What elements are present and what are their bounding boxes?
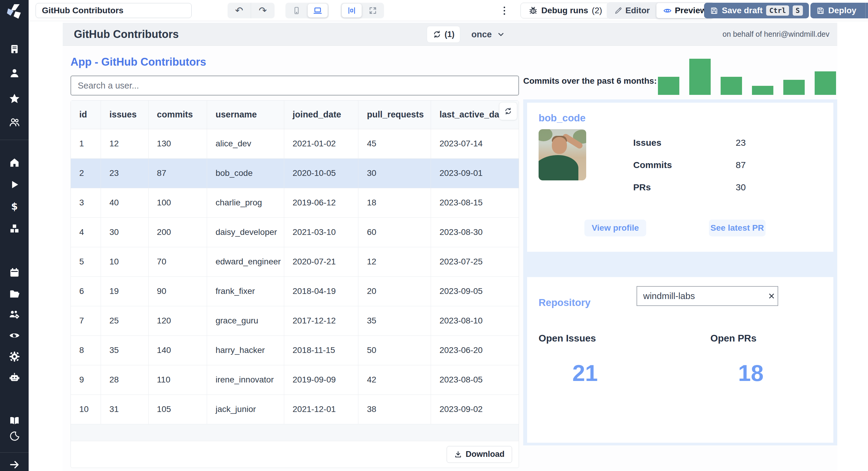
table-cell[interactable]: 2023-08-05 [431, 365, 519, 395]
table-cell[interactable]: 2023-09-05 [431, 276, 519, 306]
table-cell[interactable]: 2020-10-05 [284, 159, 358, 188]
table-cell[interactable]: 120 [148, 306, 207, 335]
schedules-calendar-icon[interactable] [9, 267, 20, 278]
redo-button[interactable]: ↷ [251, 3, 275, 19]
windmill-logo[interactable] [6, 3, 23, 20]
clear-input-x-icon[interactable] [766, 288, 778, 304]
table-cell[interactable]: 28 [101, 365, 149, 395]
runs-play-icon[interactable] [9, 179, 20, 190]
app-refresh-button[interactable]: (1) [427, 26, 460, 43]
table-cell[interactable]: 2021-03-10 [284, 217, 358, 247]
table-cell[interactable]: 2023-08-30 [431, 217, 519, 247]
table-cell[interactable]: 23 [101, 159, 149, 188]
table-cell[interactable]: daisy_developer [207, 217, 284, 247]
user-icon[interactable] [9, 67, 20, 79]
table-cell[interactable]: 19 [101, 276, 149, 306]
table-row[interactable]: 61990frank_fixer2018-04-19202023-09-05 [71, 276, 519, 306]
table-cell[interactable]: grace_guru [207, 306, 284, 335]
view-profile-button[interactable]: View profile [584, 220, 646, 236]
table-cell[interactable]: 9 [71, 365, 101, 395]
col-username[interactable]: username [207, 101, 284, 129]
table-cell[interactable]: 90 [148, 276, 207, 306]
table-row[interactable]: 340100charlie_prog2019-06-12182023-08-15 [71, 188, 519, 217]
table-row[interactable]: 430200daisy_developer2021-03-10602023-08… [71, 217, 519, 247]
table-cell[interactable]: 2023-06-20 [431, 335, 519, 365]
table-cell[interactable]: 30 [101, 217, 149, 247]
col-issues[interactable]: issues [101, 101, 149, 129]
app-title-input[interactable] [36, 3, 192, 18]
desktop-view-button[interactable] [308, 4, 328, 18]
repository-input[interactable] [637, 291, 766, 301]
table-cell[interactable]: 6 [71, 276, 101, 306]
dark-mode-moon-icon[interactable] [9, 430, 20, 442]
table-cell[interactable]: 2017-12-12 [284, 306, 358, 335]
table-cell[interactable]: 20 [358, 276, 431, 306]
schedule-dropdown[interactable]: once [467, 26, 509, 43]
editor-tab[interactable]: Editor [608, 3, 656, 18]
col-joined-date[interactable]: joined_date [284, 101, 358, 129]
table-cell[interactable]: 8 [71, 335, 101, 365]
resources-cubes-icon[interactable] [9, 223, 20, 234]
table-cell[interactable]: 42 [358, 365, 431, 395]
debug-runs-button[interactable]: Debug runs (2) [521, 3, 610, 19]
ai-robot-icon[interactable] [9, 372, 20, 384]
table-cell[interactable]: harry_hacker [207, 335, 284, 365]
center-layout-button[interactable] [342, 4, 362, 18]
mobile-view-button[interactable] [287, 4, 307, 18]
table-row[interactable]: 51070edward_engineer2020-07-21122023-07-… [71, 247, 519, 276]
table-cell[interactable]: 2019-06-12 [284, 188, 358, 217]
fullscreen-button[interactable] [363, 4, 383, 18]
table-cell[interactable]: 40 [101, 188, 149, 217]
audit-eye-icon[interactable] [9, 330, 20, 341]
table-cell[interactable]: 2023-08-15 [431, 188, 519, 217]
variables-dollar-icon[interactable]: $ [9, 201, 20, 212]
table-row[interactable]: 725120grace_guru2017-12-12352023-08-10 [71, 306, 519, 335]
table-cell[interactable]: jack_junior [207, 395, 284, 424]
table-cell[interactable]: 18 [358, 188, 431, 217]
table-cell[interactable]: 1 [71, 129, 101, 159]
table-cell[interactable]: 110 [148, 365, 207, 395]
table-cell[interactable]: alice_dev [207, 129, 284, 159]
table-cell[interactable]: frank_fixer [207, 276, 284, 306]
docs-book-icon[interactable] [9, 415, 20, 427]
table-cell[interactable]: 2018-04-19 [284, 276, 358, 306]
table-cell[interactable]: 50 [358, 335, 431, 365]
table-cell[interactable]: 10 [101, 247, 149, 276]
table-cell[interactable]: 2023-08-10 [431, 306, 519, 335]
table-cell[interactable]: 130 [148, 129, 207, 159]
table-cell[interactable]: 2023-07-25 [431, 247, 519, 276]
table-cell[interactable]: 70 [148, 247, 207, 276]
table-cell[interactable]: 4 [71, 217, 101, 247]
col-pull-requests[interactable]: pull_requests [358, 101, 431, 129]
expand-sidebar-arrow-icon[interactable] [9, 459, 20, 470]
table-cell[interactable]: 45 [358, 129, 431, 159]
workspace-building-icon[interactable] [9, 43, 20, 55]
table-row[interactable]: 22387bob_code2020-10-05302023-09-01 [71, 159, 519, 188]
users-icon[interactable] [9, 116, 20, 128]
table-cell[interactable]: 87 [148, 159, 207, 188]
table-row[interactable]: 835140harry_hacker2018-11-15502023-06-20 [71, 335, 519, 365]
see-latest-pr-button[interactable]: See latest PR [709, 220, 766, 236]
table-cell[interactable]: 2019-09-09 [284, 365, 358, 395]
table-row[interactable]: 1031105jack_junior2021-12-01382023-09-02 [71, 395, 519, 424]
table-cell[interactable]: 7 [71, 306, 101, 335]
col-id[interactable]: id [71, 101, 101, 129]
folders-icon[interactable] [9, 288, 20, 300]
table-cell[interactable]: 35 [358, 306, 431, 335]
table-refresh-button[interactable] [499, 102, 517, 120]
more-options-kebab-menu[interactable] [498, 4, 511, 18]
table-row[interactable]: 112130alice_dev2021-01-02452023-07-14 [71, 129, 519, 159]
table-cell[interactable]: 2020-07-21 [284, 247, 358, 276]
table-row[interactable]: 928110irene_innovator2019-09-09422023-08… [71, 365, 519, 395]
col-commits[interactable]: commits [148, 101, 207, 129]
table-cell[interactable]: 2023-09-01 [431, 159, 519, 188]
table-cell[interactable]: bob_code [207, 159, 284, 188]
table-cell[interactable]: 5 [71, 247, 101, 276]
table-cell[interactable]: charlie_prog [207, 188, 284, 217]
star-icon[interactable] [9, 93, 20, 104]
home-icon[interactable] [9, 157, 20, 168]
table-cell[interactable]: 2021-12-01 [284, 395, 358, 424]
undo-button[interactable]: ↶ [227, 3, 251, 19]
table-cell[interactable]: edward_engineer [207, 247, 284, 276]
table-cell[interactable]: 2 [71, 159, 101, 188]
